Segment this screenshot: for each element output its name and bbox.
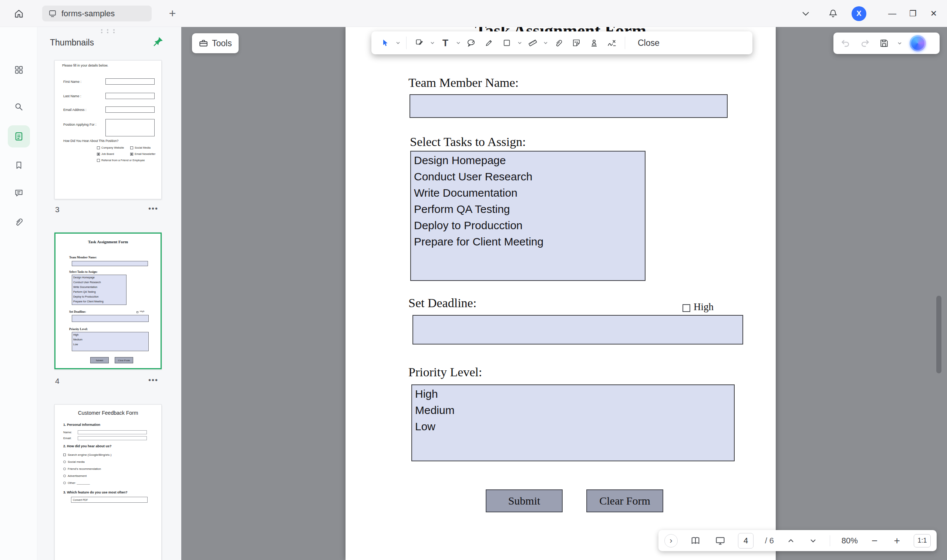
- deadline-input[interactable]: [412, 315, 743, 345]
- clear-form-button[interactable]: Clear Form: [586, 489, 663, 512]
- tools-button[interactable]: Tools: [192, 33, 239, 53]
- task-option[interactable]: Deploy to Producction: [411, 217, 645, 234]
- task-option[interactable]: Design Homepage: [411, 152, 645, 169]
- thumb5-option: Other: ________: [63, 481, 90, 485]
- signature-tool-icon[interactable]: [604, 35, 620, 51]
- priority-option[interactable]: Low: [412, 418, 734, 435]
- thumb3-field-label: Last Name :: [63, 94, 82, 98]
- thumbnail-page-4-selected[interactable]: Task Assignment Form Team Member Name: S…: [54, 232, 162, 369]
- panel-drag-handle[interactable]: [101, 29, 118, 33]
- page-number-input[interactable]: [738, 533, 754, 549]
- highlight-tool-icon[interactable]: [412, 35, 427, 51]
- collapse-bar-button[interactable]: ›: [665, 534, 678, 548]
- thumb4-submit-button: Submit: [90, 357, 109, 363]
- priority-option[interactable]: Medium: [412, 402, 734, 418]
- save-chevron-icon[interactable]: [896, 36, 903, 51]
- bookmark-icon[interactable]: [11, 158, 26, 172]
- shape-tool-chevron-icon[interactable]: [517, 35, 523, 51]
- thumbnail-menu-button[interactable]: •••: [148, 205, 158, 213]
- presentation-mode-icon[interactable]: [714, 534, 727, 548]
- pen-tool-icon[interactable]: [481, 35, 497, 51]
- read-mode-icon[interactable]: [689, 534, 702, 548]
- task-option[interactable]: Perform QA Testing: [411, 201, 645, 217]
- stamp-tool-icon[interactable]: [586, 35, 602, 51]
- titlebar-chevron-down-icon[interactable]: [797, 6, 814, 22]
- thumbnails-pages-icon[interactable]: [8, 125, 30, 148]
- task-option[interactable]: Write Documentation: [411, 185, 645, 201]
- zoom-in-button[interactable]: +: [891, 535, 902, 547]
- attach-tool-icon[interactable]: [551, 35, 566, 51]
- highlight-tool-chevron-icon[interactable]: [429, 35, 435, 51]
- window-maximize-button[interactable]: ❐: [902, 6, 923, 22]
- window-close-button[interactable]: ✕: [923, 6, 944, 22]
- thumb3-option: Social Media: [130, 146, 151, 149]
- thumb5-option: Advertisement: [63, 474, 86, 478]
- document-viewer: Task Assignment Form Team Member Name: S…: [181, 27, 947, 560]
- thumb3-option: Job Board: [97, 152, 114, 155]
- thumb4-label: Priority Level:: [69, 328, 88, 331]
- ai-assistant-icon[interactable]: [910, 35, 926, 51]
- window-minimize-button[interactable]: —: [882, 6, 902, 22]
- apps-grid-icon[interactable]: [11, 63, 26, 77]
- user-avatar[interactable]: X: [851, 6, 866, 21]
- next-page-icon[interactable]: [808, 534, 819, 548]
- tasks-listbox[interactable]: Design Homepage Conduct User Research Wr…: [410, 151, 646, 281]
- thumb3-field-label: First Name :: [63, 80, 82, 83]
- new-tab-button[interactable]: +: [165, 6, 180, 21]
- measure-tool-icon[interactable]: [525, 35, 540, 51]
- deadline-label: Set Deadline:: [409, 296, 477, 310]
- vertical-scrollbar-thumb[interactable]: [936, 296, 941, 373]
- high-checkbox-label: High: [694, 301, 714, 313]
- thumb4-listbox: Design Homepage Conduct User Research Wr…: [72, 275, 126, 305]
- select-tool-chevron-icon[interactable]: [395, 35, 401, 51]
- notifications-bell-icon[interactable]: [825, 6, 841, 22]
- actual-size-button[interactable]: 1:1: [914, 534, 931, 548]
- priority-listbox[interactable]: High Medium Low: [411, 385, 735, 461]
- priority-option[interactable]: High: [412, 386, 734, 402]
- submit-button[interactable]: Submit: [486, 489, 563, 512]
- undo-icon[interactable]: [839, 36, 853, 51]
- thumbnail-page-5[interactable]: Customer Feedback Form 1. Personal Infor…: [54, 405, 162, 560]
- thumb4-checkbox: [137, 311, 138, 313]
- comments-icon[interactable]: [11, 186, 26, 200]
- thumb3-option: Company Website: [97, 146, 124, 149]
- previous-page-icon[interactable]: [785, 534, 796, 548]
- sticker-tool-icon[interactable]: [569, 35, 584, 51]
- high-checkbox[interactable]: [683, 304, 690, 312]
- search-icon[interactable]: [11, 99, 26, 114]
- toolbar-close-button[interactable]: Close: [634, 38, 663, 48]
- thumb3-field-label: Position Applying For :: [63, 123, 97, 126]
- thumb4-label: Team Member Name:: [69, 256, 97, 259]
- measure-tool-chevron-icon[interactable]: [543, 35, 549, 51]
- task-option[interactable]: Prepare for Client Meeting: [411, 234, 645, 250]
- pin-panel-icon[interactable]: [153, 36, 165, 48]
- viewer-status-bar: › / 6 80% − + 1:1: [659, 530, 937, 551]
- select-tool-icon[interactable]: [377, 35, 393, 51]
- thumb5-section: 3. Which feature do you use most often?: [63, 491, 128, 494]
- thumb4-label: Set Deadline:: [69, 310, 86, 314]
- thumb3-field-label: Email Address :: [63, 108, 86, 112]
- redo-icon[interactable]: [858, 36, 872, 51]
- shape-tool-icon[interactable]: [499, 35, 515, 51]
- window-titlebar: forms-samples + X — ❐ ✕: [0, 0, 947, 27]
- home-icon[interactable]: [12, 7, 26, 21]
- task-option[interactable]: Conduct User Research: [411, 169, 645, 185]
- document-tab[interactable]: forms-samples: [42, 6, 152, 22]
- attachment-paperclip-icon[interactable]: [11, 214, 26, 229]
- comment-tool-icon[interactable]: [464, 35, 479, 51]
- thumbnail-page-3[interactable]: Please fill in your details below. First…: [54, 60, 162, 199]
- thumb4-label: Select Tasks to Assign:: [69, 270, 98, 274]
- toolbox-icon: [199, 38, 208, 48]
- thumb4-input: [72, 315, 149, 322]
- zoom-out-button[interactable]: −: [869, 535, 880, 547]
- text-tool-chevron-icon[interactable]: [455, 35, 461, 51]
- save-icon[interactable]: [877, 36, 891, 51]
- tasks-label: Select Tasks to Assign:: [410, 135, 526, 149]
- tab-document-icon: [48, 9, 57, 18]
- thumbnail-menu-button[interactable]: •••: [148, 376, 158, 385]
- quick-actions-toolbar: [833, 32, 939, 54]
- text-tool-icon[interactable]: T: [438, 35, 453, 51]
- thumb4-title: Task Assignment Form: [56, 240, 160, 244]
- document-page: Task Assignment Form Team Member Name: S…: [345, 27, 776, 560]
- team-member-input[interactable]: [410, 94, 728, 118]
